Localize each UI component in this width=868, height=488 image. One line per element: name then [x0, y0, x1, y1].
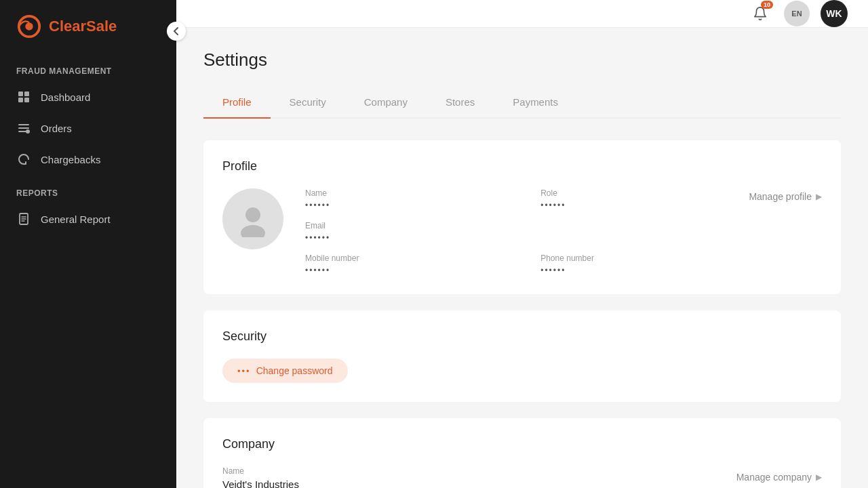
mobile-field: Mobile number •••••• [305, 253, 513, 275]
topbar: 10 EN WK [176, 0, 868, 28]
logo-icon [16, 14, 42, 39]
manage-profile-label: Manage profile [749, 191, 812, 202]
company-manage-links: Manage company ▶ Manage users ▶ [736, 466, 822, 488]
dashboard-icon [16, 89, 31, 104]
logo-text: ClearSale [49, 18, 117, 35]
role-value: •••••• [540, 201, 749, 210]
tab-profile[interactable]: Profile [203, 89, 271, 119]
company-section-title: Company [222, 437, 822, 451]
manage-profile-arrow-icon: ▶ [816, 192, 822, 201]
profile-avatar [222, 188, 283, 249]
svg-point-11 [245, 207, 260, 222]
fraud-management-section-label: Fraud Management [0, 53, 176, 81]
tab-company[interactable]: Company [345, 89, 427, 119]
change-password-label: Change password [256, 365, 333, 376]
report-icon [16, 211, 31, 226]
language-button[interactable]: EN [784, 1, 810, 26]
sidebar: ClearSale Fraud Management Dashboard Ord… [0, 0, 176, 488]
language-label: EN [791, 9, 802, 18]
notification-button[interactable]: 10 [747, 1, 773, 26]
company-section: Company Name Veidt's Industries Primary … [203, 418, 841, 488]
svg-point-6 [26, 129, 30, 134]
orders-icon [16, 121, 31, 136]
phone-label: Phone number [540, 253, 749, 263]
phone-value: •••••• [540, 266, 749, 275]
page-title: Settings [203, 49, 841, 70]
change-password-dots: ••• [237, 366, 251, 376]
svg-rect-4 [18, 98, 23, 102]
company-name-label: Name [222, 466, 736, 476]
svg-point-12 [241, 225, 265, 237]
sidebar-item-chargebacks-label: Chargebacks [41, 154, 100, 165]
chargebacks-icon [16, 152, 31, 167]
svg-rect-3 [24, 92, 29, 96]
name-label: Name [305, 188, 513, 198]
company-fields: Name Veidt's Industries Primary responsi… [222, 466, 736, 488]
tab-stores[interactable]: Stores [427, 89, 494, 119]
svg-rect-5 [24, 98, 29, 102]
email-value: •••••• [305, 233, 513, 243]
svg-point-1 [25, 22, 33, 30]
page-content: Settings Profile Security Company Stores… [176, 28, 868, 488]
role-label: Role [540, 188, 749, 198]
sidebar-item-dashboard[interactable]: Dashboard [0, 81, 176, 113]
user-initials: WK [826, 8, 842, 19]
profile-fields: Name •••••• Role •••••• Email •••••• [305, 188, 749, 275]
sidebar-item-general-report-label: General Report [41, 214, 111, 225]
sidebar-item-chargebacks[interactable]: Chargebacks [0, 144, 176, 175]
email-label: Email [305, 221, 513, 230]
phone-field: Phone number •••••• [540, 253, 749, 275]
manage-company-link[interactable]: Manage company ▶ [736, 469, 822, 483]
sidebar-toggle-button[interactable] [167, 22, 186, 41]
sidebar-item-general-report[interactable]: General Report [0, 203, 176, 235]
company-name-value: Veidt's Industries [222, 479, 736, 488]
profile-section: Profile Name •••••• [203, 140, 841, 294]
company-layout: Name Veidt's Industries Primary responsi… [222, 466, 822, 488]
change-password-button[interactable]: ••• Change password [222, 359, 348, 383]
main-content: 10 EN WK Settings Profile Security Compa… [176, 0, 868, 488]
mobile-value: •••••• [305, 266, 513, 275]
manage-company-label: Manage company [736, 472, 812, 483]
name-value: •••••• [305, 201, 513, 210]
mobile-label: Mobile number [305, 253, 513, 263]
profile-layout: Name •••••• Role •••••• Email •••••• [222, 188, 749, 275]
email-field: Email •••••• [305, 221, 513, 243]
security-section-title: Security [222, 329, 822, 344]
sidebar-item-orders-label: Orders [41, 123, 72, 134]
user-avatar[interactable]: WK [821, 0, 848, 27]
manage-company-arrow-icon: ▶ [816, 472, 822, 482]
role-field: Role •••••• [540, 188, 749, 210]
tab-security[interactable]: Security [271, 89, 345, 119]
company-name-field: Name Veidt's Industries [222, 466, 736, 488]
svg-rect-2 [18, 92, 23, 96]
tab-payments[interactable]: Payments [494, 89, 577, 119]
manage-profile-link[interactable]: Manage profile ▶ [749, 188, 822, 202]
profile-section-title: Profile [222, 159, 822, 174]
name-field: Name •••••• [305, 188, 513, 210]
settings-tabs: Profile Security Company Stores Payments [203, 89, 841, 119]
reports-section-label: Reports [0, 175, 176, 203]
sidebar-logo: ClearSale [0, 0, 176, 53]
sidebar-item-orders[interactable]: Orders [0, 113, 176, 144]
profile-inner: Name •••••• Role •••••• Email •••••• [222, 188, 822, 275]
notification-badge: 10 [761, 1, 773, 9]
sidebar-item-dashboard-label: Dashboard [41, 92, 90, 103]
security-section: Security ••• Change password [203, 310, 841, 402]
